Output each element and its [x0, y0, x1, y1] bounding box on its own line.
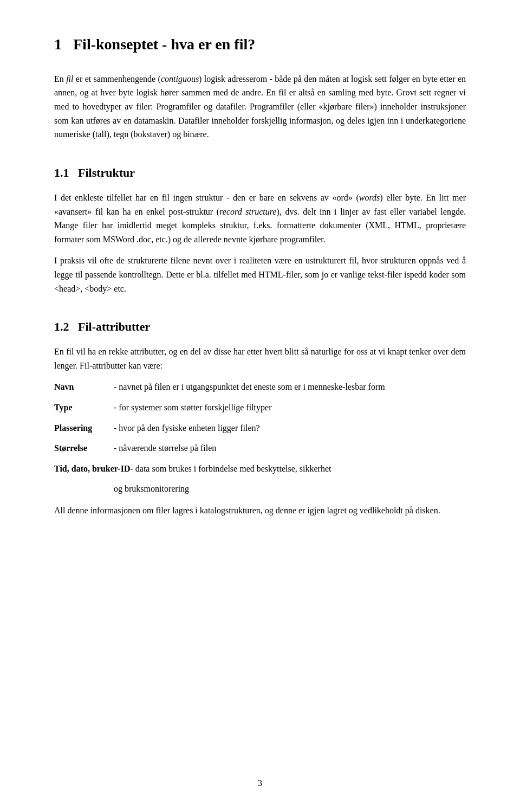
section-1-1-number: 1.1 [54, 166, 69, 179]
desc-type: - for systemer som støtter forskjellige … [114, 401, 466, 415]
italic-words: words [359, 193, 380, 202]
chapter-title-text: Fil-konseptet - hva er en fil? [66, 36, 255, 53]
intro-italic-contiguous: contiguous [161, 74, 199, 83]
definition-tid: Tid, dato, bruker-ID - data som brukes i… [54, 462, 466, 496]
section-1-1-paragraph-1: I det enkleste tilfellet har en fil inge… [54, 191, 466, 246]
term-tid: Tid, dato, bruker-ID [54, 462, 130, 476]
definition-storrelse: Størrelse - nåværende størrelse på filen [54, 441, 466, 455]
section-1-2-title: 1.2 Fil-attributter [54, 317, 466, 336]
definition-navn: Navn - navnet på filen er i utgangspunkt… [54, 380, 466, 394]
italic-record-structure: record structure [219, 207, 276, 216]
section-1-1-paragraph-2: I praksis vil ofte de strukturerte filen… [54, 254, 466, 295]
term-storrelse: Størrelse [54, 441, 114, 455]
section-1-2-label: Fil-attributter [72, 320, 150, 333]
desc-navn: - navnet på filen er i utgangspunktet de… [114, 380, 466, 394]
definition-plassering: Plassering - hvor på den fysiske enheten… [54, 421, 466, 435]
term-navn: Navn [54, 380, 114, 394]
intro-italic-fil: fil [66, 74, 73, 83]
desc-tid: - data som brukes i forbindelse med besk… [130, 462, 466, 476]
definition-tid-row: Tid, dato, bruker-ID - data som brukes i… [54, 462, 466, 476]
section-1-2-closing: All denne informasjonen om filer lagres … [54, 504, 466, 518]
section-1-2-intro: En fil vil ha en rekke attributter, og e… [54, 345, 466, 372]
definition-list: Navn - navnet på filen er i utgangspunkt… [54, 380, 466, 496]
desc-tid-continued: og bruksmonitorering [54, 482, 466, 496]
page: 1 Fil-konseptet - hva er en fil? En fil … [0, 0, 520, 812]
section-1-2-number: 1.2 [54, 320, 69, 333]
intro-paragraph: En fil er et sammenhengende (contiguous)… [54, 72, 466, 141]
section-1-1-label: Filstruktur [72, 166, 135, 179]
chapter-title: 1 Fil-konseptet - hva er en fil? [54, 33, 466, 57]
section-1-1-title: 1.1 Filstruktur [54, 163, 466, 182]
chapter-number: 1 [54, 36, 62, 53]
definition-type: Type - for systemer som støtter forskjel… [54, 401, 466, 415]
term-plassering: Plassering [54, 421, 114, 435]
term-type: Type [54, 401, 114, 415]
desc-plassering: - hvor på den fysiske enheten ligger fil… [114, 421, 466, 435]
page-number: 3 [258, 776, 262, 790]
desc-storrelse: - nåværende størrelse på filen [114, 441, 466, 455]
